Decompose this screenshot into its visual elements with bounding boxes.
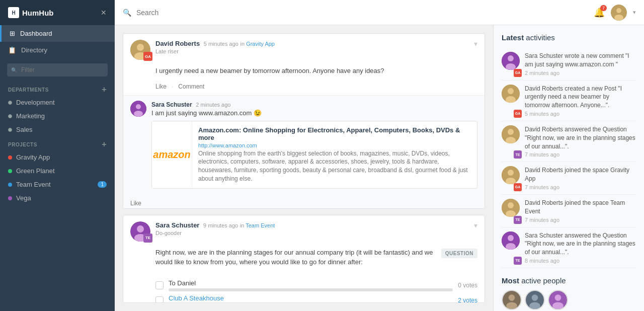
act-space-badge-4: GA [514, 183, 522, 191]
link-preview-url[interactable]: http://www.amazon.com [198, 142, 471, 148]
act-avatar-5 [502, 199, 520, 217]
person-avatar-1[interactable] [502, 290, 522, 310]
sidebar-item-development[interactable]: Development [0, 96, 115, 109]
act-avatar-4 [502, 166, 520, 184]
notification-button[interactable]: 🔔 7 [594, 7, 605, 18]
act-content-6: Sara Schuster answered the Question "Rig… [525, 231, 636, 264]
content: GA David Roberts 5 minutes ago in Gravit… [115, 25, 644, 311]
filter-wrap [7, 63, 108, 76]
right-panel: Latest activities GA Sara Schuster wrote… [493, 25, 644, 311]
act-avatar-wrap-2: GA [502, 85, 520, 117]
green-planet-dot [8, 169, 12, 173]
svg-point-8 [134, 111, 143, 117]
person-avatar-3[interactable] [548, 290, 568, 310]
svg-point-4 [137, 44, 144, 51]
post2-body-text: Right now, we are in the planning stages… [155, 249, 433, 266]
poll-option-2: Club A Steakhouse 2 votes [155, 294, 477, 303]
poll-votes-1: 0 votes [458, 282, 477, 289]
act-time-2: 5 minutes ago [525, 111, 636, 117]
post-header-left: GA David Roberts 5 minutes ago in Gravit… [130, 40, 275, 60]
activity-item-3: TE David Roberts answered the Question "… [502, 121, 636, 162]
amazon-logo: amazon [152, 121, 192, 188]
question-badge: QUESTION [441, 249, 477, 258]
search-input[interactable] [136, 9, 589, 17]
add-department-button[interactable]: + [102, 86, 107, 94]
act-content-3: David Roberts answered the Question "Rig… [525, 125, 636, 158]
sidebar-item-team-event[interactable]: Team Event 1 [0, 178, 115, 191]
most-active-title: Most active people [502, 276, 636, 285]
activity-item-2: GA David Roberts created a new Post "I u… [502, 81, 636, 121]
svg-point-2 [614, 15, 623, 21]
topbar-right: 🔔 7 ▾ [594, 5, 636, 21]
comment-author-avatar [130, 101, 146, 117]
act-time-6: 8 minutes ago [525, 258, 636, 264]
post-meta: David Roberts 5 minutes ago in Gravity A… [155, 40, 275, 54]
sidebar-item-dashboard[interactable]: ⊞ Dashboard [0, 25, 115, 42]
post-chevron-icon[interactable]: ▾ [474, 40, 477, 48]
act-text-4: David Roberts joined the space Gravity A… [525, 166, 636, 183]
notification-badge: 7 [600, 5, 607, 11]
post2-space-link[interactable]: Team Event [246, 222, 275, 228]
user-menu-chevron[interactable]: ▾ [633, 9, 636, 16]
poll-checkbox-2[interactable] [155, 296, 164, 303]
activity-item-5: TE David Roberts joined the space Team E… [502, 195, 636, 227]
comment-action[interactable]: Comment [178, 83, 204, 90]
sidebar-item-gravity-app[interactable]: Gravity App [0, 150, 115, 164]
svg-point-31 [509, 294, 515, 301]
svg-point-25 [508, 202, 514, 208]
departments-section-header: DEPARTMENTS + [0, 82, 115, 96]
link-preview-content: Amazon.com: Online Shopping for Electron… [192, 121, 477, 188]
svg-point-38 [552, 302, 564, 309]
post-subtitle: Late riser [155, 48, 275, 54]
post2-avatar-wrap: TE [130, 221, 150, 242]
poll-checkbox-1[interactable] [155, 281, 164, 289]
act-space-badge-1: GA [514, 69, 522, 77]
add-project-button[interactable]: + [102, 140, 107, 148]
act-avatar-wrap-1: GA [502, 52, 520, 76]
comment-author-name: Sara Schuster [151, 101, 192, 108]
sidebar-item-vega[interactable]: Vega [0, 191, 115, 205]
like-action[interactable]: Like [155, 83, 167, 90]
act-space-badge-3: TE [514, 150, 522, 159]
post-time: 5 minutes ago [204, 41, 238, 47]
svg-point-10 [137, 225, 144, 232]
comment-text: I am just saying www.amazon.com 😉 [151, 109, 477, 117]
sidebar-item-sales[interactable]: Sales [0, 123, 115, 136]
poll-bar-wrap-2: Club A Steakhouse [169, 294, 453, 303]
sidebar-item-label: Dashboard [20, 30, 52, 37]
act-space-badge-5: TE [514, 216, 522, 224]
sidebar: H HumHub ✕ ⊞ Dashboard 📋 Directory DEPAR… [0, 0, 115, 311]
sidebar-item-directory[interactable]: 📋 Directory [0, 42, 115, 58]
act-time-5: 7 minutes ago [525, 217, 636, 223]
post-space-badge: GA [143, 52, 152, 61]
close-sidebar-button[interactable]: ✕ [101, 9, 107, 17]
project-label: Vega [16, 194, 31, 202]
post-author: David Roberts 5 minutes ago in Gravity A… [155, 40, 275, 47]
user-avatar-img [611, 5, 627, 21]
svg-point-35 [529, 302, 540, 309]
sidebar-item-marketing[interactable]: Marketing [0, 109, 115, 123]
user-avatar[interactable] [611, 5, 627, 21]
comment-time: 2 minutes ago [196, 102, 230, 108]
post-space-link[interactable]: Gravity App [246, 41, 275, 47]
department-label: Marketing [16, 112, 45, 120]
post-card: GA David Roberts 5 minutes ago in Gravit… [123, 33, 485, 209]
sidebar-item-green-planet[interactable]: Green Planet [0, 164, 115, 178]
person-avatar-2[interactable] [525, 290, 545, 310]
logo[interactable]: H HumHub [8, 7, 54, 18]
act-avatar-wrap-4: GA [502, 166, 520, 190]
comment-item: Sara Schuster 2 minutes ago I am just sa… [123, 96, 485, 198]
act-content-5: David Roberts joined the space Team Even… [525, 199, 636, 223]
act-avatar-wrap-6: TE [502, 231, 520, 264]
act-content-4: David Roberts joined the space Gravity A… [525, 166, 636, 190]
poll-option-1: To Daniel 0 votes [155, 279, 477, 291]
post2-meta: Sara Schuster 9 minutes ago in Team Even… [155, 221, 275, 236]
filter-input[interactable] [7, 63, 108, 76]
post2-chevron-icon[interactable]: ▾ [474, 221, 477, 229]
comment-like-action[interactable]: Like [123, 198, 485, 209]
act-time-1: 2 minutes ago [525, 70, 636, 76]
latest-activities-title: Latest activities [502, 33, 636, 42]
topbar: 🔍 🔔 7 ▾ [115, 0, 644, 25]
projects-label: PROJECTS [8, 142, 37, 147]
activity-item-6: TE Sara Schuster answered the Question "… [502, 227, 636, 268]
